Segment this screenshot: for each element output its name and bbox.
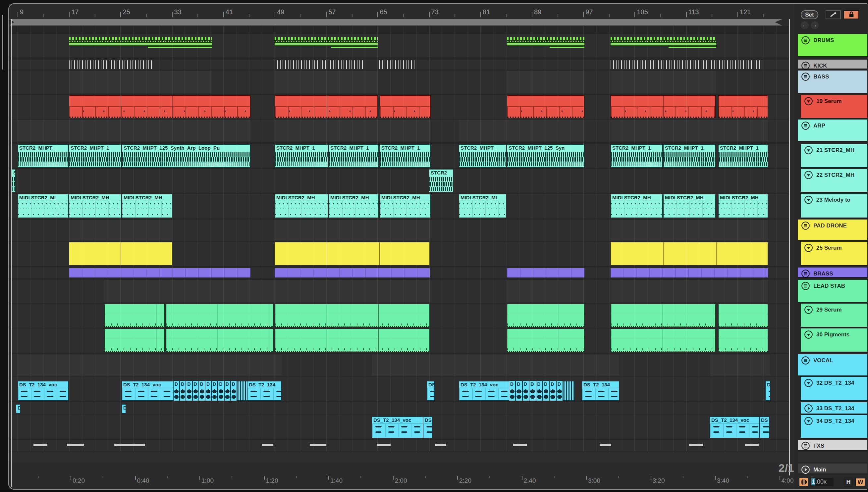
track-down-icon[interactable] — [804, 97, 813, 106]
track-header-ds34[interactable]: 34 DS_T2_134 — [801, 415, 867, 439]
history-forward-button[interactable]: → — [811, 21, 819, 29]
clip-voc-slice[interactable]: D — [509, 381, 516, 401]
clip-kick[interactable] — [611, 60, 764, 69]
clip-fx[interactable] — [689, 444, 703, 446]
track-header-pigments30[interactable]: 30 Pigments — [801, 328, 867, 352]
lock-envelopes-button[interactable] — [843, 10, 859, 19]
clip-dsegs[interactable]: DDDDDDDD — [509, 381, 563, 401]
track-header-fxs[interactable]: FXS — [798, 440, 867, 451]
clip-fx[interactable] — [513, 444, 527, 446]
clip-red[interactable] — [380, 95, 431, 118]
clip-voc[interactable]: DS_T2_134_voc — [122, 381, 173, 401]
clip-voc-slice[interactable]: D — [536, 381, 543, 401]
track-header-arp[interactable]: ARP — [798, 120, 867, 142]
clip-green[interactable] — [507, 304, 584, 327]
clip-voc[interactable]: DS_T2_134 — [582, 381, 619, 401]
clip-audio[interactable]: S — [11, 169, 16, 192]
track-menu-icon[interactable] — [801, 269, 810, 278]
clip-red[interactable] — [718, 95, 768, 118]
clip-voc[interactable]: DS_T2_134 — [247, 381, 282, 401]
track-menu-icon[interactable] — [801, 441, 810, 450]
clip-kick[interactable] — [379, 60, 415, 69]
clip-red[interactable] — [507, 95, 584, 118]
clip-audio[interactable]: STCR2_MHPT_1 — [718, 144, 768, 168]
clip-audio[interactable]: STCR2_MHPT_1 — [611, 144, 663, 168]
set-marker-button[interactable]: Set — [801, 10, 818, 19]
track-header-bass[interactable]: BASS — [798, 71, 867, 94]
track-header-stcr22[interactable]: 22 STCR2_MH — [801, 169, 867, 193]
clip-voc-slice[interactable]: D — [212, 381, 218, 401]
track-header-ds33[interactable]: 33 DS_T2_134 — [801, 402, 867, 415]
track-down-icon[interactable] — [804, 378, 813, 387]
clip-drums[interactable] — [611, 36, 716, 51]
clip-fx[interactable] — [310, 444, 326, 446]
clip-audio[interactable]: STCR2_MHPT_125_Synth_Arp_Loop_Pu — [122, 144, 251, 168]
clip-voc[interactable]: DS_T2_134_voc — [372, 417, 423, 438]
zoom-width-button[interactable]: W — [855, 478, 865, 486]
track-header-drums[interactable]: DRUMS — [798, 34, 867, 57]
track-down-icon[interactable] — [804, 146, 813, 155]
playback-speed-field[interactable]: 1.00x — [811, 478, 834, 486]
clip-voc-slice[interactable]: D — [549, 381, 556, 401]
clip-green[interactable] — [611, 329, 715, 352]
clip-stripes[interactable] — [563, 381, 574, 401]
clip-green[interactable] — [104, 329, 165, 352]
clip-voc-slice[interactable]: D — [199, 381, 205, 401]
clip-voc[interactable]: DS — [427, 381, 435, 401]
track-header-pad[interactable]: PAD DRONE — [798, 220, 867, 241]
clip-drums[interactable] — [69, 36, 212, 51]
clip-midi[interactable]: MIDI STCR2_MI — [459, 194, 506, 218]
track-menu-icon[interactable] — [801, 61, 810, 70]
clip-fx[interactable] — [745, 444, 759, 446]
clip-voc[interactable]: DS_T2_134_voc — [459, 381, 509, 401]
clip-audio[interactable]: STCR2_ — [429, 169, 453, 192]
track-header-serum25[interactable]: 25 Serum — [801, 242, 867, 266]
clip-voc-slice[interactable]: D — [530, 381, 536, 401]
clip-fx[interactable] — [114, 444, 145, 446]
clip-midi[interactable]: MIDI STCR2_MH — [275, 194, 328, 218]
track-header-serum19[interactable]: 19 Serum — [801, 95, 867, 119]
clip-voc[interactable]: DS — [759, 417, 769, 438]
clip-yellow[interactable] — [611, 242, 768, 265]
clip-green[interactable] — [166, 329, 273, 352]
track-down-icon[interactable] — [804, 305, 813, 314]
clip-voc-slice[interactable]: D — [173, 381, 180, 401]
clip-midi[interactable]: MIDI STCR2_MH — [663, 194, 715, 218]
track-header-vocal[interactable]: VOCAL — [798, 354, 867, 376]
clip-drums[interactable] — [507, 36, 584, 51]
track-down-icon[interactable] — [804, 417, 813, 425]
track-down-icon[interactable] — [804, 243, 813, 252]
draw-mode-button[interactable] — [826, 10, 841, 19]
clip-voc-slice[interactable]: D — [225, 381, 231, 401]
clip-midi[interactable]: MIDI STCR2_MH — [329, 194, 379, 218]
clip-voc[interactable]: DS_T2_134_voc — [710, 417, 759, 438]
clip-green[interactable] — [611, 304, 715, 327]
clip-audio[interactable]: STCR2_MHPT_1 — [329, 144, 379, 168]
track-header-brass[interactable]: BRASS — [798, 268, 867, 278]
track-down-icon[interactable] — [804, 195, 813, 204]
track-down-icon[interactable] — [804, 330, 813, 339]
arrangement-end-marker[interactable] — [789, 19, 790, 475]
clip-green[interactable] — [718, 329, 768, 352]
clip-voc[interactable]: DS — [423, 417, 432, 438]
track-header-ds32[interactable]: 32 DS_T2_134 — [801, 377, 867, 401]
clip-midi[interactable]: MIDI STCR2_MH — [380, 194, 431, 218]
track-menu-icon[interactable] — [801, 72, 810, 81]
clip-fx[interactable] — [377, 444, 391, 446]
clip-stripes[interactable] — [237, 381, 247, 401]
track-header-main[interactable]: Main — [798, 464, 867, 474]
clip-voc[interactable]: DS — [765, 381, 770, 401]
track-header-lead[interactable]: LEAD STAB — [798, 280, 867, 303]
clip-midi[interactable]: MIDI STCR2_MH — [611, 194, 663, 218]
clip-audio[interactable]: STCR2_MHPT_1 — [380, 144, 431, 168]
clip-voc[interactable]: D — [122, 404, 126, 414]
clip-midi[interactable]: MIDI STCR2_MH — [718, 194, 768, 218]
track-right-icon[interactable] — [804, 404, 813, 413]
clip-voc-slice[interactable]: D — [186, 381, 192, 401]
track-menu-icon[interactable] — [801, 281, 810, 290]
track-menu-icon[interactable] — [801, 221, 810, 230]
clip-audio[interactable]: STCR2_MHPT_1 — [663, 144, 715, 168]
track-play-icon[interactable] — [801, 465, 810, 474]
clip-audio[interactable]: STCR2_MHPT_1 — [275, 144, 328, 168]
clip-purple[interactable] — [611, 268, 768, 277]
